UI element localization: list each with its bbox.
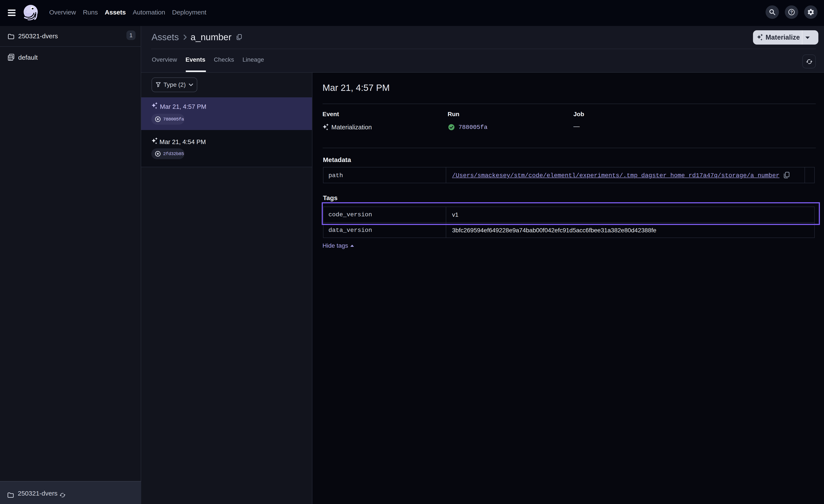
svg-text:?: ? <box>790 10 793 14</box>
